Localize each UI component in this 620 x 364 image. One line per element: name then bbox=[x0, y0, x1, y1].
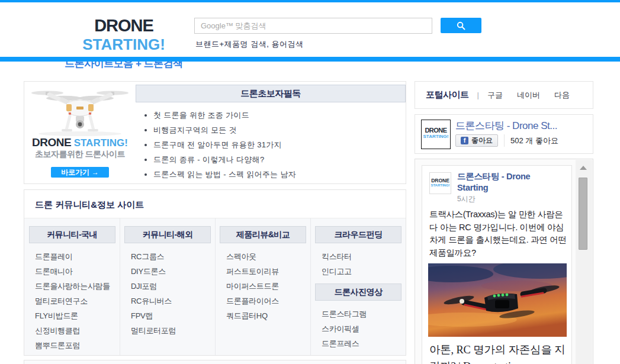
community-columns: 커뮤니티-국내 드론플레이 드론매니아 드론을사랑하는사람들 멀티로터연구소 F… bbox=[24, 218, 406, 355]
site-link[interactable]: 드론플라이어스 bbox=[226, 294, 310, 308]
site-link[interactable]: FLY비밥드론 bbox=[35, 308, 120, 323]
column-product-review: 제품리뷰&비교 스펙아웃 퍼스트토이리뷰 마이퍼스트드론 드론플라이어스 쿼드콥… bbox=[215, 218, 310, 355]
like-button-label: 좋아요 bbox=[471, 136, 493, 146]
facebook-page-logo[interactable]: DRONE STARTING! bbox=[421, 120, 451, 149]
phantom-drone-image bbox=[30, 83, 130, 137]
site-link[interactable]: 드론플레이 bbox=[35, 249, 120, 264]
portal-sites-box: 포털사이트 | 구글 네이버 다음 bbox=[415, 81, 593, 109]
column-header[interactable]: 제품리뷰&비교 bbox=[220, 226, 306, 243]
facebook-page-box: DRONE STARTING! 드론스타팅 - Drone St... f 좋아… bbox=[415, 114, 593, 154]
site-link[interactable]: 퍼스트토이리뷰 bbox=[226, 264, 310, 279]
facebook-like-row: f 좋아요 502 개 좋아요 bbox=[455, 134, 558, 147]
logo-text-starting: STARTING! bbox=[82, 36, 165, 53]
facebook-feed-widget: DRONE STARTING! 드론스타팅 - Drone Starting 5… bbox=[415, 159, 593, 364]
post-avatar[interactable]: DRONE STARTING! bbox=[429, 172, 451, 194]
community-section-title: 드론 커뮤니티&정보 사이트 bbox=[35, 199, 144, 211]
site-link[interactable]: 스카이픽셀 bbox=[322, 321, 406, 336]
site-link[interactable]: 멀티로터연구소 bbox=[35, 294, 120, 308]
site-link[interactable]: FPV랩 bbox=[131, 308, 215, 323]
facebook-f-icon: f bbox=[461, 137, 468, 144]
site-link[interactable]: DIY드론스 bbox=[131, 264, 215, 279]
portal-title: 포털사이트 bbox=[426, 89, 469, 101]
beginner-link[interactable]: 비행금지구역의 모든 것 bbox=[153, 123, 296, 137]
column-crowdfunding: 크라우드펀딩 킥스타터 인디고고 드론사진영상 드론스타그램 스카이픽셀 드론프… bbox=[310, 218, 406, 355]
search-icon bbox=[457, 21, 465, 30]
top-accent-strip bbox=[0, 0, 620, 2]
portal-link-daum[interactable]: 다음 bbox=[554, 90, 570, 101]
site-link[interactable]: 뽐뿌드론포럼 bbox=[35, 338, 120, 353]
next-section-edge bbox=[24, 360, 406, 364]
portal-link-google[interactable]: 구글 bbox=[487, 90, 503, 101]
promo-subtitle: 초보자를위한 드론사이트 bbox=[24, 149, 136, 160]
beginner-link-list: 첫 드론을 위한 조종 가이드 비행금지구역의 모든 것 드론구매 전 알아두면… bbox=[153, 108, 296, 182]
post-link-title[interactable]: 아톤, RC 명가의 자존심을 지킬까? | Dronestarting bbox=[429, 342, 569, 364]
site-link[interactable]: RC유니버스 bbox=[131, 294, 215, 308]
search-button[interactable] bbox=[441, 18, 481, 33]
search-input[interactable] bbox=[194, 18, 432, 34]
site-link[interactable]: 스펙아웃 bbox=[226, 249, 310, 264]
site-logo[interactable]: DRONE STARTING! 드론사이트모음 + 드론검색 bbox=[62, 16, 186, 70]
avatar-logo-drone: DRONE bbox=[430, 178, 451, 183]
promo-logo-starting: STARTING! bbox=[74, 137, 128, 149]
beginner-link[interactable]: 드론스펙 읽는 방법 - 스펙 읽어주는 남자 bbox=[153, 167, 296, 182]
facebook-like-button[interactable]: f 좋아요 bbox=[455, 134, 498, 147]
site-link[interactable]: 신정비행클럽 bbox=[35, 323, 120, 338]
post-text: 트랙사스(Traxxas)는 알 만한 사람은 다 아는 RC 명가입니다. 이… bbox=[429, 208, 568, 259]
feed-scrollbar-track[interactable] bbox=[576, 160, 592, 364]
site-link[interactable]: 드론을사랑하는사람들 bbox=[35, 279, 120, 294]
promo-banner[interactable]: DRONE STARTING! 초보자를위한 드론사이트 바로가기 → bbox=[24, 82, 136, 183]
beginner-link[interactable]: 드론구매 전 알아두면 유용한 31가지 bbox=[153, 137, 296, 152]
column-community-overseas: 커뮤니티-해외 RC그룹스 DIY드론스 DJI포럼 RC유니버스 FPV랩 멀… bbox=[120, 218, 215, 355]
like-count: 502 개 좋아요 bbox=[504, 134, 558, 147]
header-divider-bar bbox=[0, 57, 620, 62]
column-header-photo-video[interactable]: 드론사진영상 bbox=[315, 284, 401, 301]
promo-logo-drone: DRONE bbox=[32, 136, 71, 149]
site-link[interactable]: 인디고고 bbox=[322, 264, 406, 279]
facebook-page-title[interactable]: 드론스타팅 - Drone St... bbox=[455, 119, 557, 133]
beginner-section: DRONE STARTING! 초보자를위한 드론사이트 바로가기 → 드론초보… bbox=[24, 81, 406, 184]
portal-link-naver[interactable]: 네이버 bbox=[517, 90, 540, 101]
facebook-post: DRONE STARTING! 드론스타팅 - Drone Starting 5… bbox=[422, 165, 572, 364]
site-link[interactable]: 드론프레스 bbox=[322, 336, 406, 351]
column-header[interactable]: 커뮤니티-국내 bbox=[29, 226, 115, 243]
beginner-link[interactable]: 첫 드론을 위한 조종 가이드 bbox=[153, 108, 296, 123]
logo-text-drone: DRONE bbox=[94, 16, 153, 35]
site-link[interactable]: RC그룹스 bbox=[131, 249, 215, 264]
column-community-domestic: 커뮤니티-국내 드론플레이 드론매니아 드론을사랑하는사람들 멀티로터연구소 F… bbox=[24, 218, 120, 355]
scroll-up-arrow-icon[interactable] bbox=[580, 166, 587, 170]
post-drone-image[interactable] bbox=[428, 263, 567, 337]
site-link[interactable]: DJI포럼 bbox=[131, 279, 215, 294]
promo-logo: DRONE STARTING! bbox=[24, 136, 136, 149]
fb-logo-starting: STARTING! bbox=[422, 134, 450, 139]
site-link[interactable]: 킥스타터 bbox=[322, 249, 406, 264]
community-section: 드론 커뮤니티&정보 사이트 커뮤니티-국내 드론플레이 드론매니아 드론을사랑… bbox=[24, 189, 406, 356]
fb-logo-drone: DRONE bbox=[422, 127, 450, 134]
search-hint-text: 브랜드+제품명 검색, 용어검색 bbox=[195, 39, 303, 50]
site-link[interactable]: 쿼드콥터HQ bbox=[226, 308, 310, 323]
site-link[interactable]: 마이퍼스트드론 bbox=[226, 279, 310, 294]
site-link[interactable]: 드론매니아 bbox=[35, 264, 120, 279]
column-header[interactable]: 커뮤니티-해외 bbox=[124, 226, 211, 243]
promo-go-button[interactable]: 바로가기 → bbox=[51, 167, 109, 178]
beginner-section-title: 드론초보자필독 bbox=[136, 85, 406, 102]
site-link[interactable]: 드론스타그램 bbox=[322, 307, 406, 321]
site-link[interactable]: 멀티로터포럼 bbox=[131, 323, 215, 338]
avatar-logo-starting: STARTING! bbox=[430, 183, 451, 187]
post-timestamp[interactable]: 5시간 bbox=[457, 194, 476, 204]
portal-separator: | bbox=[477, 91, 479, 99]
feed-scrollbar-thumb[interactable] bbox=[579, 178, 587, 250]
post-author[interactable]: 드론스타팅 - Drone Starting bbox=[457, 171, 558, 194]
column-header[interactable]: 크라우드펀딩 bbox=[315, 226, 401, 243]
beginner-link[interactable]: 드론의 종류 - 이렇게나 다양해? bbox=[153, 152, 296, 167]
